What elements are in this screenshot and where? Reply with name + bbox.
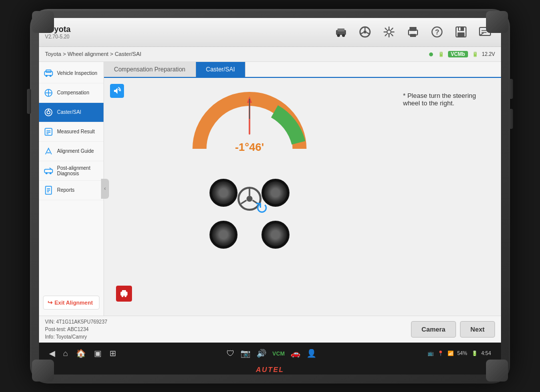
- sidebar-item-reports[interactable]: Reports: [39, 181, 104, 200]
- svg-rect-38: [44, 169, 52, 173]
- svg-rect-56: [122, 290, 126, 293]
- split-icon[interactable]: ⊞: [110, 349, 116, 358]
- recents-icon[interactable]: ▣: [94, 349, 102, 358]
- tab-caster-sai[interactable]: Caster/SAI: [196, 62, 246, 77]
- svg-line-51: [241, 200, 246, 204]
- svg-point-54: [122, 295, 124, 297]
- vin-number: VIN: 4T1G11AK5PU769237: [45, 318, 108, 326]
- tablet-screen: Toyota V2.70-5.20: [39, 18, 501, 375]
- camera-nav-icon[interactable]: 📷: [240, 349, 250, 358]
- tab-compensation[interactable]: Compensation Preparation: [104, 62, 196, 77]
- svg-rect-12: [410, 34, 416, 37]
- settings-icon-button[interactable]: [379, 23, 399, 41]
- sound-icon[interactable]: [110, 84, 124, 98]
- battery-nav-icon: 🔋: [472, 351, 478, 356]
- car-icon-button[interactable]: [331, 23, 351, 41]
- nav-left-icons: ◀ ⌂ 🏠 ▣ ⊞: [49, 349, 116, 358]
- corner-bumper-bl: [32, 360, 54, 382]
- svg-line-8: [366, 32, 370, 34]
- help-icon: ?: [430, 25, 444, 39]
- exit-alignment-button[interactable]: ↪ Exit Alignment: [43, 296, 100, 310]
- breadcrumb-status: ● 🔋 VCMb 🔋 12.2V: [428, 49, 495, 59]
- autel-logo: AUTEL: [39, 365, 501, 375]
- corner-bumper-tr: [486, 11, 508, 33]
- svg-rect-18: [458, 32, 464, 37]
- svg-point-3: [342, 34, 345, 37]
- sidebar-item-vehicle-inspection[interactable]: Vehicle Inspection: [39, 64, 104, 83]
- tab-header: Compensation Preparation Caster/SAI: [104, 62, 501, 78]
- svg-point-9: [387, 30, 391, 34]
- back-icon[interactable]: ◀: [49, 349, 55, 358]
- vcm-badge: VCMb: [448, 51, 468, 57]
- rotation-arrow: ↻: [255, 199, 268, 218]
- vin-info-panel: VIN: 4T1G11AK5PU769237 Post-test: ABC123…: [45, 318, 108, 341]
- post-test: Post-test: ABC1234: [45, 326, 108, 333]
- sidebar-item-measured-result[interactable]: Measured Result: [39, 122, 104, 142]
- side-button-left[interactable]: [27, 89, 31, 114]
- sidebar-label-alignment-guide: Alignment Guide: [57, 148, 94, 154]
- side-button-right1[interactable]: [509, 79, 513, 99]
- sidebar-label-measured-result: Measured Result: [57, 129, 95, 134]
- collapse-handle[interactable]: ‹: [101, 179, 109, 199]
- warning-icon-button[interactable]: [116, 286, 132, 302]
- home-icon[interactable]: ⌂: [63, 349, 68, 358]
- svg-rect-17: [458, 27, 464, 31]
- save-icon-button[interactable]: [451, 23, 471, 41]
- battery-icon2: 🔋: [472, 51, 478, 57]
- sidebar-label-caster-sai: Caster/SAI: [57, 109, 81, 115]
- wifi-nav-icon: 📶: [448, 351, 454, 356]
- post-alignment-icon: [43, 165, 54, 176]
- sidebar-spacer: [39, 200, 104, 292]
- steering-icon-button[interactable]: [355, 23, 375, 41]
- exit-icon: ↪: [48, 299, 52, 306]
- reports-icon: [43, 185, 54, 196]
- svg-point-5: [364, 30, 366, 33]
- sidebar-item-alignment-guide[interactable]: Alignment Guide: [39, 142, 104, 161]
- gauge-left-panel: -1°46': [110, 84, 389, 310]
- steering-icon: [358, 25, 372, 39]
- top-bar: Toyota V2.70-5.20: [39, 18, 501, 47]
- toolbar: ?: [331, 23, 495, 41]
- voltage-display: 12.2V: [482, 51, 495, 57]
- help-icon-button[interactable]: ?: [427, 23, 447, 41]
- breadcrumb-bar: Toyota > Wheel alignment > Caster/SAI ● …: [39, 47, 501, 62]
- wheel-rear-right: [262, 221, 290, 249]
- side-button-right2[interactable]: [509, 109, 513, 129]
- alignment-guide-icon: [43, 146, 54, 157]
- vcm-nav-label: VCM: [272, 351, 284, 357]
- shield-icon[interactable]: 🛡: [226, 349, 234, 358]
- vehicle-info: Info: Toyota/Camry: [45, 333, 108, 341]
- person-icon[interactable]: 👤: [306, 349, 316, 358]
- car-icon: [334, 25, 348, 39]
- svg-rect-1: [338, 28, 344, 31]
- sidebar-label-reports: Reports: [57, 187, 74, 193]
- screen-icon: 📺: [428, 351, 434, 356]
- svg-point-31: [47, 111, 50, 114]
- corner-bumper-br: [486, 360, 508, 382]
- bottom-buttons: Camera Next: [411, 321, 495, 338]
- car-nav-icon[interactable]: 🚗: [290, 349, 300, 358]
- sidebar-item-caster-sai[interactable]: Caster/SAI: [39, 103, 104, 122]
- clock: 4:54: [482, 351, 491, 356]
- camera-button[interactable]: Camera: [411, 321, 456, 338]
- sidebar: Vehicle Inspection Compensation: [39, 62, 104, 316]
- breadcrumb-text: Toyota > Wheel alignment > Caster/SAI: [45, 51, 142, 57]
- content-area: Compensation Preparation Caster/SAI: [104, 62, 501, 316]
- volume-icon[interactable]: 🔊: [256, 349, 266, 358]
- house-icon[interactable]: 🏠: [76, 349, 86, 358]
- exit-label: Exit Alignment: [54, 300, 93, 306]
- next-button[interactable]: Next: [460, 321, 495, 338]
- svg-point-55: [124, 295, 126, 297]
- wheel-rear-left: [210, 221, 238, 249]
- battery-percent: 54%: [458, 351, 468, 356]
- svg-text:?: ?: [435, 28, 440, 36]
- sidebar-label-compensation: Compensation: [57, 90, 89, 95]
- sidebar-item-post-alignment[interactable]: Post-alignment Diagnosis: [39, 161, 104, 181]
- svg-line-7: [360, 32, 364, 34]
- svg-rect-33: [45, 128, 52, 135]
- svg-point-39: [46, 172, 48, 174]
- sidebar-item-compensation[interactable]: Compensation: [39, 83, 104, 103]
- print-icon-button[interactable]: [403, 23, 423, 41]
- caster-icon: [43, 107, 54, 118]
- wifi-icon: ●: [428, 49, 434, 59]
